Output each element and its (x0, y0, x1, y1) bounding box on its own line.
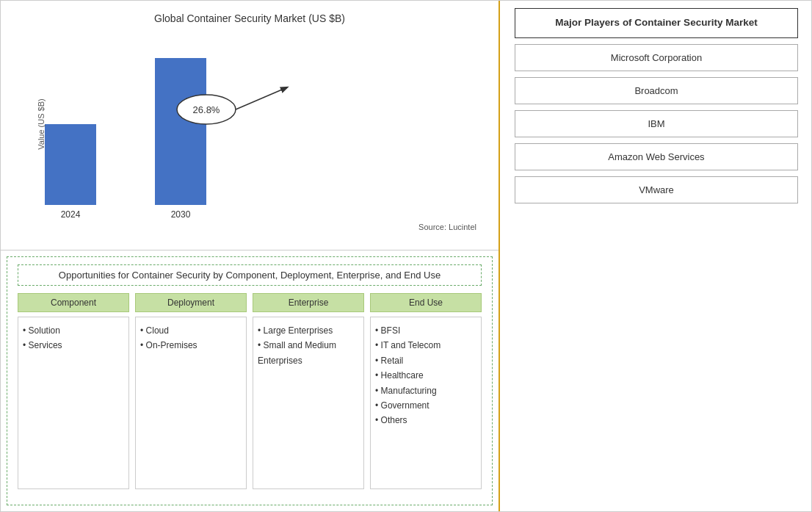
list-item: Others (375, 413, 476, 428)
opp-header-component: Component (18, 293, 129, 312)
list-item: Cloud (140, 323, 242, 338)
bar-2024 (45, 124, 96, 205)
bar-group-2024: 2024 (45, 124, 96, 220)
annotation-area: 26.8% (140, 73, 324, 161)
enduse-list: BFSI IT and Telecom Retail Healthcare Ma… (375, 323, 476, 428)
opp-body-enterprise: Large Enterprises Small and Medium Enter… (253, 317, 364, 489)
list-item: Government (375, 398, 476, 413)
svg-line-2 (236, 87, 287, 109)
y-axis-label: Value (US $B) (37, 98, 46, 150)
source-text: Source: Lucintel (15, 220, 484, 231)
opp-header-enterprise: Enterprise (253, 293, 364, 312)
player-vmware: VMware (515, 176, 798, 203)
bar-label-2030: 2030 (171, 209, 191, 220)
opportunities-title: Opportunities for Container Security by … (18, 264, 482, 286)
player-ibm: IBM (515, 110, 798, 137)
opp-header-deployment: Deployment (135, 293, 247, 312)
enterprise-list: Large Enterprises Small and Medium Enter… (258, 323, 359, 368)
list-item: On-Premises (140, 338, 242, 353)
opp-column-component: Component Solution Services (18, 293, 129, 489)
chart-title: Global Container Security Market (US $B) (15, 12, 484, 24)
opportunities-columns: Component Solution Services Deployment C… (18, 293, 482, 489)
deployment-list: Cloud On-Premises (140, 323, 242, 353)
opp-body-deployment: Cloud On-Premises (135, 317, 247, 489)
player-microsoft: Microsoft Corporation (515, 44, 798, 71)
player-aws: Amazon Web Services (515, 143, 798, 170)
opp-column-deployment: Deployment Cloud On-Premises (135, 293, 247, 489)
opp-header-enduse: End Use (370, 293, 482, 312)
chart-wrapper: Value (US $B) 2024 2030 (15, 29, 484, 220)
opp-body-component: Solution Services (18, 317, 129, 489)
list-item: Solution (23, 323, 124, 338)
opp-column-enterprise: Enterprise Large Enterprises Small and M… (253, 293, 364, 489)
svg-text:26.8%: 26.8% (193, 104, 220, 115)
main-container: Global Container Security Market (US $B)… (0, 0, 812, 512)
player-broadcom: Broadcom (515, 77, 798, 104)
annotation-svg: 26.8% (140, 73, 324, 161)
list-item: Small and Medium Enterprises (258, 338, 359, 368)
list-item: BFSI (375, 323, 476, 338)
list-item: Manufacturing (375, 383, 476, 398)
opp-body-enduse: BFSI IT and Telecom Retail Healthcare Ma… (370, 317, 482, 489)
opp-column-enduse: End Use BFSI IT and Telecom Retail Healt… (370, 293, 482, 489)
list-item: Retail (375, 353, 476, 368)
bar-label-2024: 2024 (61, 209, 81, 220)
opportunities-section: Opportunities for Container Security by … (7, 256, 493, 505)
list-item: Large Enterprises (258, 323, 359, 338)
list-item: Services (23, 338, 124, 353)
chart-area: Global Container Security Market (US $B)… (1, 1, 499, 250)
list-item: IT and Telecom (375, 338, 476, 353)
list-item: Healthcare (375, 368, 476, 383)
right-section: Major Players of Container Security Mark… (500, 1, 812, 511)
major-players-title: Major Players of Container Security Mark… (515, 8, 798, 38)
left-section: Global Container Security Market (US $B)… (1, 1, 500, 511)
component-list: Solution Services (23, 323, 124, 353)
